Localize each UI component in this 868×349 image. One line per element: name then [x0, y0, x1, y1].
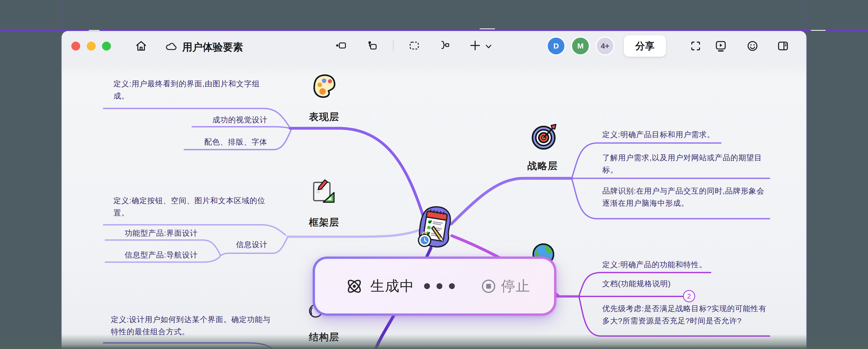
document-title: 用户体验要素: [182, 40, 243, 54]
node-informational-product[interactable]: 信息型产品:导航设计: [125, 249, 198, 261]
cloud-icon[interactable]: [165, 41, 178, 52]
sketch-note-icon: [312, 178, 337, 204]
branch-framework[interactable]: 框架层: [309, 216, 339, 228]
node-presentation-def[interactable]: 定义:用户最终看到的界面,由图片和文字组成。: [114, 78, 270, 102]
guide-dash: [89, 30, 99, 31]
node-scope-def[interactable]: 定义:明确产品的功能和特性。: [602, 259, 707, 271]
guide-line-vertical-left: [61, 0, 62, 31]
add-icon[interactable]: [469, 39, 481, 52]
node-visual-design[interactable]: 成功的视觉设计: [212, 114, 268, 126]
target-dart-icon: [531, 122, 559, 150]
avatar-overflow[interactable]: 4+: [597, 37, 614, 54]
node-framework-def[interactable]: 定义:确定按钮、空间、图片和文本区域的位置。: [114, 195, 270, 219]
node-scope-priority[interactable]: 优先级考虑:是否满足战略目标?实现的可能性有多大?所需资源是否充足?时间是否允许…: [602, 302, 767, 327]
stop-icon: [481, 279, 496, 294]
insert-subtopic-icon[interactable]: [366, 39, 378, 52]
panel-toggle-icon[interactable]: [776, 39, 789, 53]
guide-line-horizontal: [0, 30, 868, 31]
guide-line-vertical-right: [805, 0, 806, 31]
generating-dots-icon: [424, 283, 461, 289]
branch-presentation[interactable]: 表现层: [309, 111, 339, 123]
ai-generating-panel-inner: 生成中 停止: [315, 259, 554, 314]
node-color-typography[interactable]: 配色、排版、字体: [204, 136, 267, 148]
emoji-icon[interactable]: [746, 39, 759, 53]
share-button[interactable]: 分享: [624, 35, 666, 57]
node-strategy-def[interactable]: 定义:明确产品目标和用户需求。: [602, 128, 715, 141]
ai-generating-panel: 生成中 停止: [313, 257, 556, 316]
clipboard-schedule-icon[interactable]: [417, 205, 453, 249]
traffic-light-minimize[interactable]: [87, 42, 96, 51]
home-icon[interactable]: [134, 39, 148, 53]
node-scope-doc[interactable]: 文档(功能规格说明): [602, 278, 671, 290]
node-brand-identity[interactable]: 品牌识别:在用户与产品交互的同时,品牌形象会逐渐在用户脑海中形成。: [602, 185, 767, 209]
generating-status-label: 生成中: [370, 277, 414, 296]
stop-button[interactable]: 停止: [481, 277, 530, 296]
guide-dash: [480, 28, 495, 29]
traffic-light-zoom[interactable]: [102, 42, 111, 51]
branch-strategy[interactable]: 战略层: [527, 160, 558, 172]
fullscreen-icon[interactable]: [689, 39, 702, 53]
atom-icon: [345, 277, 364, 296]
guide-dash: [811, 30, 826, 31]
screenshot-bottom-fade: [0, 334, 868, 349]
stop-button-label: 停止: [501, 277, 530, 296]
collapsed-count-badge[interactable]: 2: [683, 290, 695, 302]
node-functional-product[interactable]: 功能型产品:界面设计: [125, 227, 198, 239]
screenshot-stage: 用户体验要素 D M 4+ 分享: [0, 0, 868, 349]
toolbar-divider: [393, 40, 394, 52]
avatar[interactable]: D: [548, 37, 564, 54]
insert-topic-icon[interactable]: [335, 39, 347, 52]
chevron-down-icon[interactable]: [484, 43, 494, 51]
present-icon[interactable]: [714, 39, 727, 53]
avatar[interactable]: M: [572, 37, 589, 54]
summary-icon[interactable]: [439, 39, 451, 52]
node-user-needs[interactable]: 了解用户需求,以及用户对网站或产品的期望目标。: [602, 152, 767, 176]
palette-icon: [312, 73, 338, 98]
boundary-icon[interactable]: [408, 39, 420, 52]
node-information-design[interactable]: 信息设计: [236, 238, 268, 251]
traffic-light-close[interactable]: [71, 42, 80, 51]
